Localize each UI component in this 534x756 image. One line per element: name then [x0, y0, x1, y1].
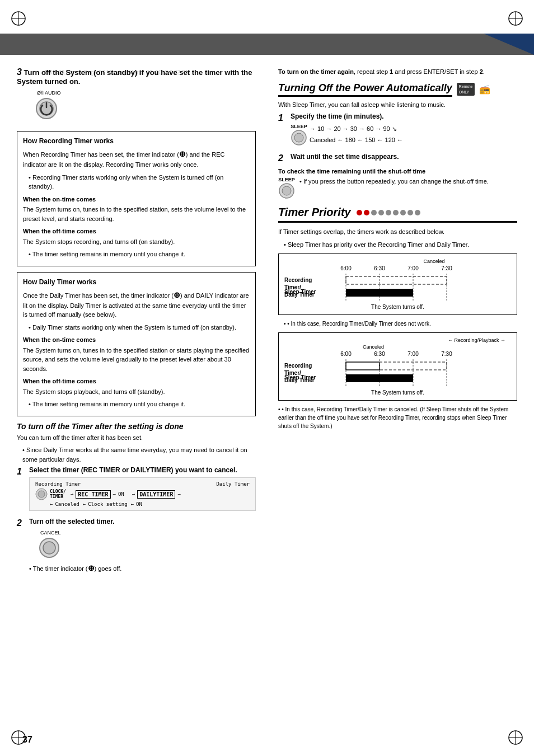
- cancel-button-icon: [38, 537, 60, 559]
- daily-timer-bullet1: Daily Timer starts working only when the…: [29, 323, 250, 332]
- dot4: [378, 210, 384, 215]
- step3-section: 3 Turn off the System (on standby) if yo…: [17, 67, 256, 122]
- only-label: ONLY: [459, 90, 470, 94]
- daily-timer-on-time-heading: When the on-time comes: [23, 335, 250, 345]
- timer-diagram2: ← Recording/Playback → Canceled 6:00 6:3…: [278, 332, 517, 401]
- daily-timer-on-time-body: The System turns on, tunes in to the spe…: [23, 346, 250, 374]
- recording-timer-on-time-heading: When the on-time comes: [23, 195, 250, 204]
- dot9: [415, 210, 420, 215]
- step3-number: 3: [17, 67, 22, 77]
- d2time2: 6:30: [363, 351, 396, 357]
- step3-audio: Ø/I AUDIO: [26, 90, 256, 122]
- time4: 7:30: [430, 265, 463, 271]
- clock-setting-arrow: ←: [83, 501, 86, 507]
- daily-timer-off-time-heading: When the off-time comes: [23, 377, 250, 386]
- sleep-arrows-diagram: → 10 → 20 → 30 → 60 → 90 ↘ Canceled ← 18…: [310, 124, 403, 146]
- cancel-step2-content: Turn off the selected timer. CANCEL • Th…: [29, 518, 256, 572]
- sleep-diagram: SLEEP → 10 → 20 → 30 → 60 → 90 ↘ Cancele…: [291, 124, 517, 146]
- turning-off-power-body: With Sleep Timer, you can fall asleep wh…: [278, 100, 517, 110]
- time1: 6:00: [329, 265, 363, 271]
- diagram2-turns-off: The System turns off.: [284, 389, 511, 396]
- on-label1: ON: [118, 491, 124, 497]
- rec-daily-label2: Recording Timer/Daily Timer: [284, 362, 328, 384]
- turn-on-again: To turn on the timer again, repeat step …: [278, 67, 517, 77]
- rec-timer-arrow2: →: [113, 491, 116, 497]
- sleep-check-button-icon: [278, 182, 295, 199]
- dot1: [357, 210, 362, 215]
- rec-timer-row1: CLOCK/TIMER → REC TIMER → ON → DAILYTIME…: [35, 488, 250, 500]
- cancel-step2-number: 2: [17, 518, 26, 528]
- timer-diagram1: Canceled 6:00 6:30 7:00 7:30: [278, 253, 517, 315]
- timer-labels-row: Recording Timer Daily Timer: [35, 481, 250, 487]
- daily-timer-off-time-body2: The timer setting remains in memory unti…: [29, 400, 250, 409]
- sleep-step1-content: Specify the time (in minutes). SLEEP → 1…: [291, 112, 517, 149]
- cancel-section: CANCEL: [29, 530, 256, 559]
- sleep-check-label: SLEEP: [278, 177, 295, 182]
- remote-badge: Remote ONLY: [457, 83, 475, 96]
- daily-timer-arrow2: →: [177, 491, 180, 497]
- dot8: [407, 210, 413, 215]
- on2-label: ON: [136, 501, 142, 507]
- turn-off-timer-heading: To turn off the Timer after the setting …: [17, 422, 256, 431]
- turning-off-power-title-container: Turning Off the Power Automatically: [278, 82, 452, 97]
- rec-playback-text: Recording/Playback: [454, 337, 499, 343]
- sleep-button-label: SLEEP: [291, 124, 307, 129]
- d2time1: 6:00: [329, 351, 363, 357]
- diagram1-canceled-label: Canceled: [329, 259, 494, 264]
- dot7: [400, 210, 406, 215]
- svg-point-21: [282, 186, 291, 195]
- timer-indicator-note: • The timer indicator (⊕) goes off.: [29, 564, 256, 572]
- sleep-check-left: SLEEP: [278, 177, 295, 199]
- rec-timer-arrow-label: →: [71, 491, 73, 497]
- check-time-heading: To check the time remaining until the sh…: [278, 168, 517, 175]
- step3-heading: Turn off the System (on standby) if you …: [17, 68, 252, 86]
- dot6: [393, 210, 399, 215]
- recording-timer-on-time-body: The System turns on, tunes in to the spe…: [23, 205, 250, 223]
- check-time-body: • If you press the button repeatedly, yo…: [299, 177, 489, 186]
- dot3: [371, 210, 377, 215]
- daily-timer-value: DAILYTIMER: [137, 490, 175, 499]
- canceled-arrow-left: ←: [50, 501, 53, 507]
- rec-timer-row2: ← Canceled ← Clock setting ← ON: [50, 501, 250, 507]
- svg-point-15: [38, 491, 45, 497]
- turn-off-timer-body1: You can turn off the timer after it has …: [17, 433, 256, 443]
- power-button-icon: [35, 97, 58, 120]
- timer-priority-bullet1: Sleep Timer has priority over the Record…: [284, 240, 517, 250]
- two-column-layout: 3 Turn off the System (on standby) if yo…: [17, 67, 517, 576]
- recording-timer-off-time-body1: The System stops recording, and turns of…: [23, 237, 250, 247]
- cancel-step2-heading: Turn off the selected timer.: [29, 518, 256, 525]
- diagram1-note: • In this case, Recording Timer/Daily Ti…: [284, 320, 517, 328]
- diagram1-time-headers: 6:00 6:30 7:00 7:30: [329, 265, 511, 271]
- clock-timer-label: CLOCK/TIMER: [50, 489, 66, 499]
- on2-arrow-left: ←: [131, 501, 134, 507]
- corner-mark-tr: [507, 10, 524, 27]
- main-content: 3 Turn off the System (on standby) if yo…: [0, 62, 534, 734]
- remote-only-icon: 📻: [479, 84, 490, 95]
- left-column: 3 Turn off the System (on standby) if yo…: [17, 67, 261, 576]
- daily-timer-off-time-body1: The System stops playback, and turns off…: [23, 387, 250, 397]
- check-time-section: To check the time remaining until the sh…: [278, 168, 517, 199]
- sleep-step2-heading: Wait until the set time disappears.: [291, 153, 517, 161]
- recording-timer-title: How Recording Timer works: [23, 136, 250, 146]
- sleep-label2: Sleep Timer: [284, 374, 328, 381]
- sleep-row1: → 10 → 20 → 30 → 60 → 90 ↘: [310, 124, 403, 135]
- cancel-step1: 1 Select the timer (REC TIMER or DAILYTI…: [17, 466, 256, 514]
- diagram2-rec-playback: ← Recording/Playback →: [284, 337, 511, 343]
- svg-point-19: [294, 133, 303, 142]
- dot5: [386, 210, 391, 215]
- sleep-step1-heading: Specify the time (in minutes).: [291, 112, 517, 120]
- header-decoration: [484, 34, 534, 55]
- recording-timer-bullet1: Recording Timer starts working only when…: [29, 173, 250, 191]
- diagram2-time-headers: 6:00 6:30 7:00 7:30: [329, 351, 511, 357]
- rec-timer-value: REC TIMER: [76, 490, 110, 499]
- turn-off-timer-bullet1: Since Daily Timer works at the same time…: [22, 445, 256, 464]
- sleep-step2: 2 Wait until the set time disappears.: [278, 153, 517, 163]
- cancel-step1-heading: Select the timer (REC TIMER or DAILYTIME…: [29, 466, 256, 474]
- cancel-step1-number: 1: [17, 466, 26, 477]
- cancel-step1-content: Select the timer (REC TIMER or DAILYTIME…: [29, 466, 256, 514]
- turn-off-timer-section: To turn off the Timer after the setting …: [17, 422, 256, 573]
- cancel-step2: 2 Turn off the selected timer. CANCEL • …: [17, 518, 256, 572]
- remote-label: Remote: [459, 84, 473, 88]
- rec-timer-col-label: Recording Timer: [35, 481, 81, 487]
- timer-priority-body: If Timer settings overlap, the timers wo…: [278, 227, 517, 237]
